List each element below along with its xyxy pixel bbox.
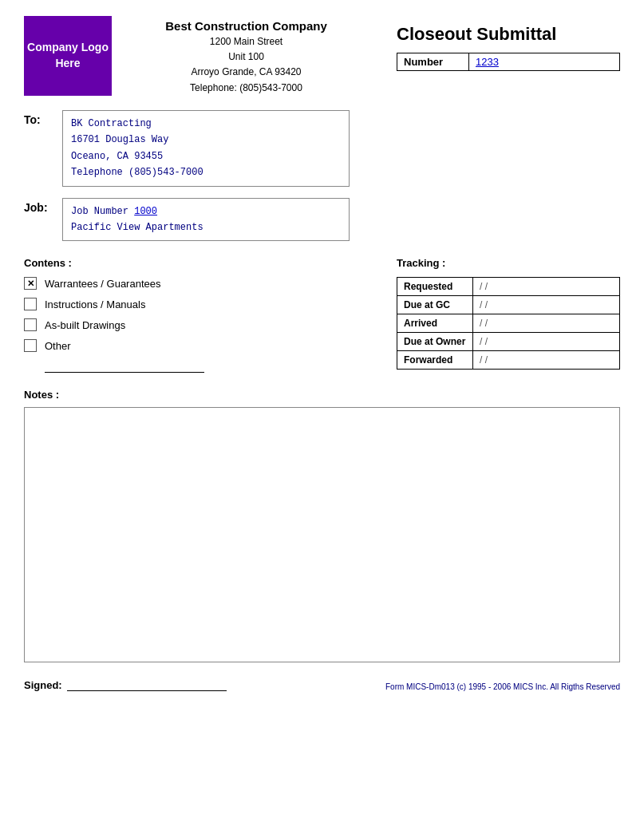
track-label-forwarded: Forwarded bbox=[397, 351, 473, 370]
checkbox-other: Other bbox=[24, 339, 397, 352]
contents-title: Contens : bbox=[24, 257, 397, 269]
signed-label: Signed: bbox=[24, 679, 62, 691]
checkbox-asbuilt-icon[interactable] bbox=[24, 318, 37, 331]
job-name: Pacific View Apartments bbox=[71, 219, 341, 235]
table-row: Requested / / bbox=[397, 278, 620, 296]
header: Company Logo Here Best Construction Comp… bbox=[24, 16, 620, 96]
checkbox-warranties-icon[interactable]: ✕ bbox=[24, 277, 37, 290]
signed-line: Signed: bbox=[24, 678, 227, 691]
track-value-forwarded: / / bbox=[473, 351, 620, 370]
table-row: Due at GC / / bbox=[397, 296, 620, 314]
checkbox-instructions-icon[interactable] bbox=[24, 298, 37, 310]
track-label-requested: Requested bbox=[397, 278, 473, 296]
number-row: Number 1233 bbox=[397, 53, 620, 71]
job-number-prefix: Job Number bbox=[71, 206, 134, 217]
track-label-due-gc: Due at GC bbox=[397, 296, 473, 314]
to-address-box: BK Contracting 16701 Douglas Way Oceano,… bbox=[62, 110, 350, 187]
checkbox-warranties-label: Warrantees / Guarantees bbox=[45, 278, 160, 290]
company-address2: Unit 100 bbox=[112, 49, 381, 65]
company-phone: Telephone: (805)543-7000 bbox=[112, 81, 381, 96]
track-value-arrived: / / bbox=[473, 314, 620, 333]
checkbox-asbuilt-label: As-built Drawings bbox=[45, 319, 125, 331]
checkbox-instructions-label: Instructions / Manuals bbox=[45, 298, 145, 310]
to-label: To: bbox=[24, 113, 53, 126]
job-section: Job: Job Number 1000 Pacific View Apartm… bbox=[24, 198, 620, 242]
number-label: Number bbox=[397, 53, 469, 70]
checkbox-warranties: ✕ Warrantees / Guarantees bbox=[24, 277, 397, 290]
company-address1: 1200 Main Street bbox=[112, 34, 381, 49]
checkbox-other-label: Other bbox=[45, 340, 71, 352]
table-row: Arrived / / bbox=[397, 314, 620, 333]
to-line3: Oceano, CA 93455 bbox=[71, 148, 341, 164]
notes-section: Notes : bbox=[24, 389, 620, 662]
closeout-section: Closeout Submittal Number 1233 bbox=[397, 16, 620, 71]
contents-tracking-section: Contens : ✕ Warrantees / Guarantees Inst… bbox=[24, 257, 620, 373]
track-value-requested: / / bbox=[473, 278, 620, 296]
checkbox-asbuilt: As-built Drawings bbox=[24, 318, 397, 331]
logo-text: Company Logo Here bbox=[24, 40, 112, 71]
other-underline-field bbox=[45, 360, 204, 373]
tracking-col: Tracking : Requested / / Due at GC / / A… bbox=[397, 257, 620, 373]
job-label: Job: bbox=[24, 201, 53, 214]
number-value: 1233 bbox=[469, 53, 619, 70]
sign-underline bbox=[67, 678, 227, 691]
to-line4: Telephone (805)543-7000 bbox=[71, 164, 341, 180]
notes-label: Notes : bbox=[24, 389, 620, 401]
signed-footer: Signed: Form MICS-Dm013 (c) 1995 - 2006 … bbox=[24, 678, 620, 691]
job-number-line: Job Number 1000 bbox=[71, 204, 341, 219]
to-section: To: BK Contracting 16701 Douglas Way Oce… bbox=[24, 110, 620, 187]
company-info: Best Construction Company 1200 Main Stre… bbox=[112, 16, 381, 96]
checkbox-instructions: Instructions / Manuals bbox=[24, 298, 397, 310]
company-logo: Company Logo Here bbox=[24, 16, 112, 96]
to-line1: BK Contracting bbox=[71, 116, 341, 132]
to-line2: 16701 Douglas Way bbox=[71, 132, 341, 148]
job-number-link[interactable]: 1000 bbox=[134, 206, 157, 217]
footer-copyright: Form MICS-Dm013 (c) 1995 - 2006 MICS Inc… bbox=[385, 682, 620, 691]
notes-box[interactable] bbox=[24, 407, 620, 662]
track-label-arrived: Arrived bbox=[397, 314, 473, 333]
track-label-due-owner: Due at Owner bbox=[397, 333, 473, 351]
track-value-due-owner: / / bbox=[473, 333, 620, 351]
table-row: Forwarded / / bbox=[397, 351, 620, 370]
table-row: Due at Owner / / bbox=[397, 333, 620, 351]
contents-col: Contens : ✕ Warrantees / Guarantees Inst… bbox=[24, 257, 397, 373]
company-address3: Arroyo Grande, CA 93420 bbox=[112, 65, 381, 80]
tracking-title: Tracking : bbox=[397, 257, 620, 269]
tracking-table: Requested / / Due at GC / / Arrived / / … bbox=[397, 277, 620, 370]
company-name: Best Construction Company bbox=[112, 19, 381, 33]
form-title: Closeout Submittal bbox=[397, 24, 620, 45]
checkbox-other-icon[interactable] bbox=[24, 339, 37, 352]
track-value-due-gc: / / bbox=[473, 296, 620, 314]
job-box: Job Number 1000 Pacific View Apartments bbox=[62, 198, 350, 242]
